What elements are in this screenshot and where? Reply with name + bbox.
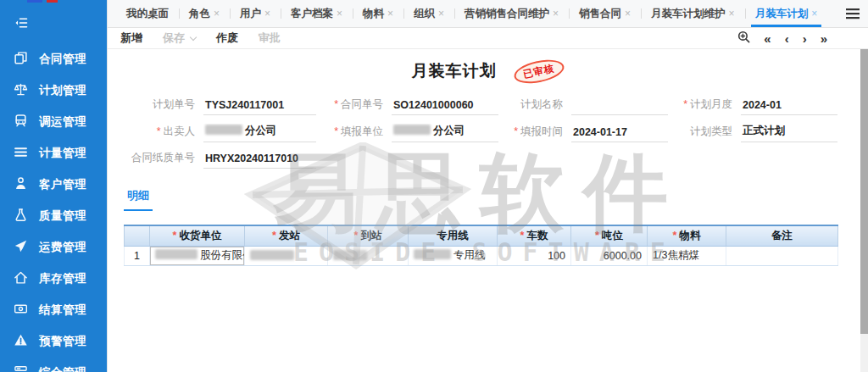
add-button[interactable]: 新增 xyxy=(120,31,142,46)
sidebar-item-alert[interactable]: 预警管理 xyxy=(0,325,107,357)
sidebar-item-label: 调运管理 xyxy=(39,114,86,130)
table-header-row: *收货单位 *发站 *到站 专用线 *车数 *吨位 *物料 备注 xyxy=(125,225,838,246)
col-depart-station: *发站 xyxy=(245,225,328,246)
sidebar-item-plan[interactable]: 计划管理 xyxy=(0,75,107,106)
material-cell[interactable]: 1/3焦精煤 xyxy=(648,246,726,265)
remark-cell[interactable] xyxy=(726,246,838,265)
close-icon[interactable]: × xyxy=(438,8,444,19)
field-label-plan-name: 计划名称 xyxy=(509,97,571,115)
tab-material[interactable]: 物料 × xyxy=(353,0,403,27)
field-label-plan-type: 计划类型 xyxy=(678,125,741,142)
banknote-icon xyxy=(14,302,28,319)
tab-sales-contract[interactable]: 销售合同 × xyxy=(569,0,641,27)
home-icon xyxy=(14,270,28,287)
report-time-field[interactable]: 2024-01-17 xyxy=(571,126,668,142)
close-icon[interactable]: × xyxy=(729,8,735,19)
page-title: 月装车计划 xyxy=(412,62,497,80)
col-arrive-station: *到站 xyxy=(328,225,409,246)
consignee-cell[interactable]: 股份有限公 xyxy=(150,246,245,265)
tonnage-cell[interactable]: 6000.00 xyxy=(571,246,648,265)
close-icon[interactable]: × xyxy=(214,8,220,19)
sidebar-item-label: 计划管理 xyxy=(39,83,86,98)
field-label-report-time: *填报时间 xyxy=(509,125,571,142)
sidebar-item-dispatch[interactable]: 调运管理 xyxy=(0,106,107,137)
field-label-paper-contract-no: 合同纸质单号 xyxy=(124,151,203,169)
sidebar-item-customer[interactable]: 客户管理 xyxy=(0,169,107,200)
flask-icon xyxy=(14,208,28,225)
tab-customer-archive[interactable]: 客户档案 × xyxy=(281,0,353,27)
save-button[interactable]: 保存 xyxy=(163,31,196,46)
close-icon[interactable]: × xyxy=(625,8,631,19)
next-page-icon[interactable]: › xyxy=(803,32,807,45)
toolbar-nav: « ‹ › » xyxy=(737,31,868,47)
sidebar-item-label: 合同管理 xyxy=(39,52,86,67)
toolbar: 新增 保存 作废 审批 « ‹ › » xyxy=(108,28,868,49)
plan-type-field[interactable]: 正式计划 xyxy=(741,124,837,142)
plan-month-field[interactable]: 2024-01 xyxy=(741,99,837,115)
tab-monthly-loading-plan[interactable]: 月装车计划 × xyxy=(745,0,828,27)
contract-no-field[interactable]: SO12401000060 xyxy=(392,99,498,115)
chevron-down-icon[interactable] xyxy=(190,33,197,40)
depart-station-cell[interactable] xyxy=(245,246,328,265)
tab-bar: 我的桌面 角色 × 用户 × 客户档案 × 物料 × 组织 × xyxy=(108,0,868,28)
tab-my-desktop[interactable]: 我的桌面 xyxy=(116,0,179,27)
close-icon[interactable]: × xyxy=(337,8,342,19)
sidebar-item-label: 计量管理 xyxy=(39,146,86,161)
page-body: 月装车计划 已审核 计划单号 TYSJ240117001 *合同单号 SO124… xyxy=(108,49,868,372)
close-icon[interactable]: × xyxy=(553,8,559,19)
sidebar-item-label: 综合管理 xyxy=(39,365,86,372)
paper-contract-no-field[interactable]: HRYX20240117010 xyxy=(203,153,316,169)
sidebar-item-label: 预警管理 xyxy=(39,334,86,349)
sidebar-item-label: 结算管理 xyxy=(39,303,86,318)
field-label-seller: *出卖人 xyxy=(124,125,203,142)
plan-name-field[interactable] xyxy=(571,101,668,115)
sidebar-item-quality[interactable]: 质量管理 xyxy=(0,200,107,231)
tab-marketing-contract-maint[interactable]: 营销销售合同维护 × xyxy=(454,0,569,27)
sidebar-item-inventory[interactable]: 库存管理 xyxy=(0,263,107,294)
col-dedicated-line: 专用线 xyxy=(409,225,498,246)
close-icon[interactable]: × xyxy=(264,8,270,19)
app-window: 合同管理 计划管理 调运管理 xyxy=(0,0,868,372)
sidebar-item-label: 运费管理 xyxy=(39,240,86,255)
sidebar-item-comprehensive[interactable]: 综合管理 xyxy=(0,357,107,372)
hamburger-menu-icon[interactable] xyxy=(846,8,860,23)
col-car-count: *车数 xyxy=(498,225,571,246)
tab-role[interactable]: 角色 × xyxy=(179,0,230,27)
redacted-text xyxy=(333,250,367,260)
report-unit-field[interactable]: 分公司 xyxy=(392,124,498,142)
documents-icon xyxy=(14,51,28,68)
car-count-cell[interactable]: 100 xyxy=(498,246,571,265)
clipped-browser-artifact xyxy=(27,0,58,3)
close-icon[interactable]: × xyxy=(387,8,393,19)
arrive-station-cell[interactable] xyxy=(328,246,409,265)
sidebar-item-measure[interactable]: 计量管理 xyxy=(0,137,107,169)
sidebar-item-label: 质量管理 xyxy=(39,208,86,224)
vertical-scrollbar[interactable] xyxy=(860,49,868,372)
close-icon[interactable]: × xyxy=(811,8,817,19)
field-label-plan-month: *计划月度 xyxy=(678,97,741,115)
tab-detail[interactable]: 明细 xyxy=(124,188,153,211)
zoom-in-icon[interactable] xyxy=(737,31,750,47)
last-page-icon[interactable]: » xyxy=(821,32,827,45)
void-button[interactable]: 作废 xyxy=(216,31,238,46)
sidebar-item-settlement[interactable]: 结算管理 xyxy=(0,294,107,325)
tab-organization[interactable]: 组织 × xyxy=(403,0,454,27)
scrollbar-thumb[interactable] xyxy=(860,49,868,334)
sidebar-item-freight[interactable]: 运费管理 xyxy=(0,231,107,263)
approve-button[interactable]: 审批 xyxy=(259,31,281,46)
sidebar-item-label: 客户管理 xyxy=(39,177,86,192)
redacted-text xyxy=(205,125,242,135)
prev-page-icon[interactable]: ‹ xyxy=(785,32,789,45)
col-row-no xyxy=(125,225,150,246)
tab-monthly-loading-plan-maint[interactable]: 月装车计划维护 × xyxy=(641,0,745,27)
collapse-menu-icon[interactable] xyxy=(0,3,107,43)
sidebar-item-label: 库存管理 xyxy=(39,271,86,286)
seller-field[interactable]: 分公司 xyxy=(203,124,316,142)
list-icon xyxy=(14,145,28,162)
tab-user[interactable]: 用户 × xyxy=(230,0,281,27)
plan-no-field[interactable]: TYSJ240117001 xyxy=(203,99,316,115)
sidebar-item-contract[interactable]: 合同管理 xyxy=(0,43,107,75)
first-page-icon[interactable]: « xyxy=(764,32,771,45)
dedicated-line-cell[interactable]: 专用线 xyxy=(409,246,498,265)
scales-icon xyxy=(14,82,28,99)
